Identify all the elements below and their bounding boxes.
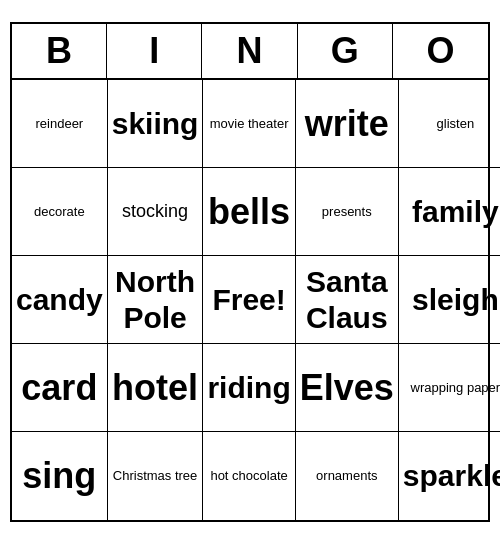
bingo-cell: sing (12, 432, 108, 520)
cell-text: decorate (34, 204, 85, 220)
cell-text: family (412, 194, 499, 230)
cell-text: skiing (112, 106, 199, 142)
bingo-cell: family (399, 168, 500, 256)
cell-text: hot chocolate (210, 468, 287, 484)
bingo-cell: write (296, 80, 399, 168)
cell-text: reindeer (36, 116, 84, 132)
cell-text: Elves (300, 366, 394, 409)
bingo-cell: bells (203, 168, 295, 256)
bingo-grid: reindeerskiingmovie theaterwriteglistend… (12, 80, 488, 520)
cell-text: Christmas tree (113, 468, 198, 484)
cell-text: Free! (212, 282, 285, 318)
cell-text: hotel (112, 366, 198, 409)
cell-text: presents (322, 204, 372, 220)
cell-text: wrapping paper (411, 380, 500, 396)
bingo-cell: North Pole (108, 256, 204, 344)
cell-text: stocking (122, 201, 188, 223)
cell-text: ornaments (316, 468, 377, 484)
bingo-header: BINGO (12, 24, 488, 80)
bingo-cell: hot chocolate (203, 432, 295, 520)
bingo-cell: candy (12, 256, 108, 344)
bingo-cell: hotel (108, 344, 204, 432)
cell-text: sing (22, 454, 96, 497)
bingo-cell: decorate (12, 168, 108, 256)
bingo-cell: sparkle (399, 432, 500, 520)
bingo-cell: sleigh (399, 256, 500, 344)
header-letter: N (202, 24, 297, 78)
bingo-cell: skiing (108, 80, 204, 168)
cell-text: candy (16, 282, 103, 318)
header-letter: B (12, 24, 107, 78)
cell-text: riding (207, 370, 290, 406)
cell-text: card (21, 366, 97, 409)
cell-text: Santa Claus (300, 264, 394, 336)
cell-text: sparkle (403, 458, 500, 494)
bingo-cell: wrapping paper (399, 344, 500, 432)
cell-text: North Pole (112, 264, 199, 336)
header-letter: G (298, 24, 393, 78)
cell-text: write (305, 102, 389, 145)
bingo-cell: Santa Claus (296, 256, 399, 344)
bingo-cell: reindeer (12, 80, 108, 168)
bingo-card: BINGO reindeerskiingmovie theaterwritegl… (10, 22, 490, 522)
cell-text: bells (208, 190, 290, 233)
bingo-cell: Elves (296, 344, 399, 432)
bingo-cell: movie theater (203, 80, 295, 168)
bingo-cell: card (12, 344, 108, 432)
bingo-cell: stocking (108, 168, 204, 256)
header-letter: O (393, 24, 488, 78)
bingo-cell: presents (296, 168, 399, 256)
header-letter: I (107, 24, 202, 78)
cell-text: movie theater (210, 116, 289, 132)
cell-text: sleigh (412, 282, 499, 318)
bingo-cell: glisten (399, 80, 500, 168)
cell-text: glisten (437, 116, 475, 132)
bingo-cell: ornaments (296, 432, 399, 520)
bingo-cell: Free! (203, 256, 295, 344)
bingo-cell: Christmas tree (108, 432, 204, 520)
bingo-cell: riding (203, 344, 295, 432)
